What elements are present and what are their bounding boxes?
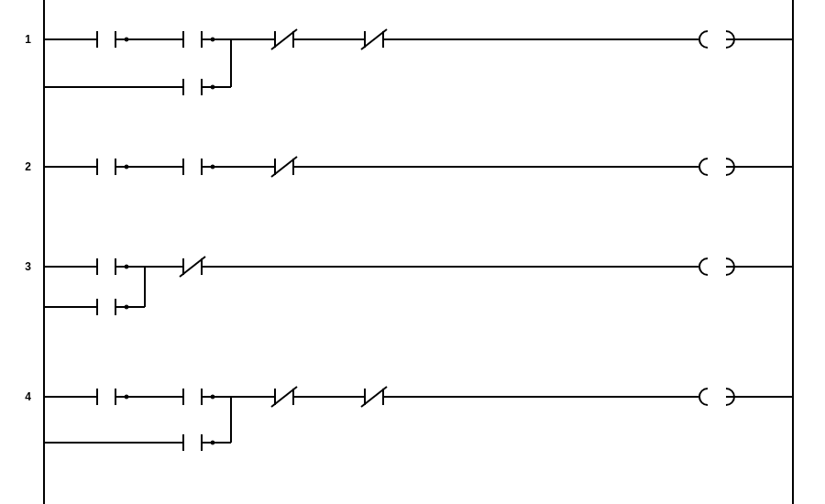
- ladder-svg: [0, 0, 825, 504]
- coil-paren-left: [699, 389, 708, 405]
- rung-number: 3: [13, 260, 31, 273]
- coil-paren-left: [699, 258, 708, 275]
- rung-number: 2: [13, 160, 31, 173]
- ladder-diagram: 1234: [0, 0, 825, 504]
- coil-paren-left: [699, 31, 708, 48]
- rung-number: 4: [13, 390, 31, 403]
- coil-paren-left: [699, 159, 708, 175]
- rung-number: 1: [13, 33, 31, 46]
